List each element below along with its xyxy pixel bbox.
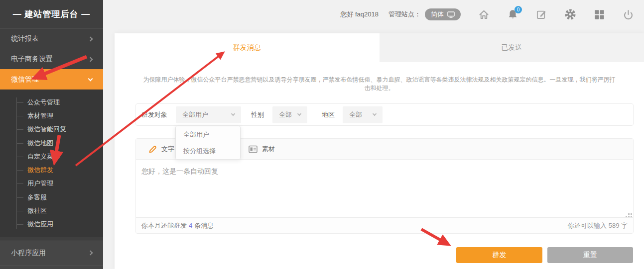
material-icon [248, 144, 258, 154]
quota-count: 4 [189, 222, 192, 229]
chevron-down-icon [88, 76, 93, 81]
grid-apps-icon[interactable] [593, 8, 605, 20]
wechat-submenu: 公众号管理 素材管理 微信智能回复 微信地图 自定义菜单 微信群发 用户管理 多… [0, 90, 103, 237]
sidebar-item-label: 小程序应用 [11, 249, 46, 258]
submenu-item-wechat-app[interactable]: 微信应用 [0, 218, 103, 231]
top-header: 您好 faq2018 管理站点： 简体 0 [103, 0, 644, 29]
submenu-label: 微社区 [27, 206, 47, 215]
monitor-icon [447, 11, 455, 18]
submenu-item-user-management[interactable]: 用户管理 [0, 177, 103, 190]
submenu-item-material[interactable]: 素材管理 [0, 109, 103, 122]
chevron-right-icon [88, 57, 93, 62]
sidebar-item-miniprogram[interactable]: 小程序应用 [0, 241, 103, 265]
chevron-down-icon [373, 112, 377, 116]
message-text: 您好，这是一条自动回复 [141, 167, 218, 175]
sidebar-item-label: 电子商务设置 [11, 55, 53, 64]
submenu-item-official-account[interactable]: 公众号管理 [0, 95, 103, 109]
sidebar-item-label: 统计报表 [11, 34, 39, 43]
region-select[interactable]: 全部 [343, 106, 383, 123]
language-label: 简体 [431, 10, 444, 19]
gender-label: 性别 [251, 110, 264, 119]
material-mode-label: 素材 [262, 145, 275, 154]
submenu-label: 公众号管理 [27, 98, 60, 107]
sidebar-item-ecommerce[interactable]: 电子商务设置 [0, 49, 103, 69]
submenu-item-wechat-map[interactable]: 微信地图 [0, 136, 103, 150]
send-button[interactable]: 群发 [456, 247, 542, 263]
gear-icon[interactable] [564, 8, 576, 20]
submenu-label: 自定义菜单 [27, 152, 60, 161]
target-select[interactable]: 全部用户 [176, 106, 241, 123]
pencil-icon [147, 144, 157, 154]
editor-footer: 你本月还能群发4条消息 你还可以输入 589 字 [136, 217, 633, 233]
tab-bar: 群发消息 已发送 [115, 33, 644, 62]
power-icon[interactable] [622, 8, 634, 20]
submenu-label: 用户管理 [27, 179, 53, 188]
chevron-right-icon [88, 251, 93, 256]
policy-notice: 为保障用户体验，微信公众平台严禁恶意营销以及诱导分享朋友圈，严禁发布色情低俗、暴… [115, 76, 644, 92]
target-select-value: 全部用户 [182, 110, 208, 119]
chevron-down-icon [231, 112, 235, 116]
submenu-item-micro-community[interactable]: 微社区 [0, 204, 103, 217]
submenu-label: 微信群发 [27, 166, 53, 175]
app-title: — 建站管理后台 — [0, 0, 103, 28]
gender-select[interactable]: 全部 [272, 106, 307, 123]
submenu-label: 微信地图 [27, 139, 53, 148]
chevron-down-icon [297, 112, 301, 116]
quota-prefix: 你本月还能群发 [141, 222, 187, 229]
language-site-button[interactable]: 简体 [425, 8, 461, 20]
chevron-right-icon [88, 36, 93, 41]
resize-grip[interactable] [628, 213, 630, 215]
sidebar-item-label: 微信管理 [11, 75, 39, 84]
sidebar-bottom-section: 小程序应用 网站日志 [0, 241, 103, 269]
user-greeting: 您好 faq2018 [340, 10, 379, 19]
quota-suffix: 条消息 [194, 222, 214, 229]
reset-button[interactable]: 重置 [547, 247, 633, 263]
site-label: 管理站点： [388, 10, 421, 19]
dropdown-option-all-users[interactable]: 全部用户 [176, 126, 240, 143]
submenu-item-mass-send[interactable]: 微信群发 [0, 163, 103, 177]
tab-sent[interactable]: 已发送 [380, 33, 644, 62]
dropdown-option-by-group[interactable]: 按分组选择 [176, 143, 240, 159]
submenu-item-smart-reply[interactable]: 微信智能回复 [0, 123, 103, 136]
message-textarea[interactable]: 您好，这是一条自动回复 [136, 160, 633, 217]
submenu-item-custom-menu[interactable]: 自定义菜单 [0, 150, 103, 163]
edit-icon[interactable] [535, 8, 547, 20]
target-select-dropdown: 全部用户 按分组选择 [175, 126, 241, 160]
quota-status: 你本月还能群发4条消息 [141, 221, 214, 230]
sidebar-item-stats[interactable]: 统计报表 [0, 28, 103, 49]
text-mode-label: 文字 [161, 145, 174, 154]
home-icon[interactable] [478, 8, 490, 20]
submenu-label: 微信应用 [27, 220, 53, 229]
text-mode-tab[interactable]: 文字 [147, 144, 174, 154]
target-label: 群发对象 [141, 110, 167, 119]
sidebar-item-site-log[interactable]: 网站日志 [0, 265, 103, 269]
sidebar-item-wechat[interactable]: 微信管理 [0, 69, 103, 90]
audience-filter-row: 群发对象 全部用户 性别 全部 地区 全部 [135, 103, 634, 126]
submenu-item-multi-service[interactable]: 多客服 [0, 190, 103, 204]
main-content-card: 群发消息 已发送 为保障用户体验，微信公众平台严禁恶意营销以及诱导分享朋友圈，严… [115, 33, 644, 269]
submenu-label: 素材管理 [27, 111, 53, 120]
tab-mass-message[interactable]: 群发消息 [115, 33, 380, 62]
region-label: 地区 [322, 110, 335, 119]
bell-icon[interactable]: 0 [507, 8, 518, 20]
material-mode-tab[interactable]: 素材 [248, 144, 275, 154]
submenu-label: 多客服 [27, 193, 47, 202]
submenu-label: 微信智能回复 [27, 125, 66, 134]
region-select-value: 全部 [349, 110, 362, 119]
sidebar: — 建站管理后台 — 统计报表 电子商务设置 微信管理 公众号管理 素材管理 微… [0, 0, 103, 269]
gender-select-value: 全部 [279, 110, 292, 119]
chars-remaining: 你还可以输入 589 字 [568, 221, 628, 230]
notification-badge: 0 [515, 6, 522, 13]
